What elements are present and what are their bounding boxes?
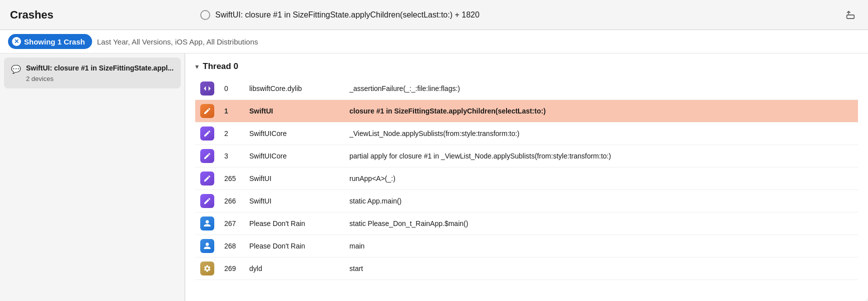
frame-function: start (344, 258, 858, 280)
crash-title-label: SwiftUI: closure #1 in SizeFittingState.… (215, 10, 480, 20)
frame-function: static App.main() (344, 190, 858, 212)
filter-bar: ✕ Showing 1 Crash Last Year, All Version… (0, 30, 868, 54)
thread-header: ▾ Thread 0 (195, 62, 858, 72)
filter-badge[interactable]: ✕ Showing 1 Crash (8, 34, 92, 49)
frame-function: _ViewList_Node.applySublists(from:style:… (344, 122, 858, 145)
frame-function: _assertionFailure(_:_:file:line:flags:) (344, 78, 858, 100)
table-row[interactable]: 0libswiftCore.dylib_assertionFailure(_:_… (195, 78, 858, 100)
frame-icon-0 (200, 82, 214, 96)
crash-item-devices: 2 devices (26, 75, 174, 82)
share-icon (845, 8, 856, 20)
frame-icon-2 (200, 126, 214, 140)
app-window: Crashes SwiftUI: closure #1 in SizeFitti… (0, 0, 868, 301)
frame-icon-267 (200, 216, 214, 230)
crash-item-content: SwiftUI: closure #1 in SizeFittingState.… (26, 64, 174, 82)
page-title: Crashes (10, 8, 200, 22)
frame-number: 266 (219, 190, 244, 212)
crash-item-icon: 💬 (11, 64, 21, 74)
filter-description: Last Year, All Versions, iOS App, All Di… (97, 38, 258, 46)
frame-function: static Please_Don_t_RainApp.$main() (344, 212, 858, 235)
header-bar: Crashes SwiftUI: closure #1 in SizeFitti… (0, 0, 868, 30)
sidebar: 💬 SwiftUI: closure #1 in SizeFittingStat… (0, 54, 185, 301)
frame-icon-269 (200, 262, 214, 276)
frame-library: SwiftUICore (244, 122, 344, 145)
svg-rect-0 (847, 15, 854, 18)
crash-title-area: SwiftUI: closure #1 in SizeFittingState.… (200, 10, 843, 20)
frame-icon-1 (200, 104, 214, 118)
table-row[interactable]: 3SwiftUICorepartial apply for closure #1… (195, 145, 858, 168)
frame-number: 1 (219, 100, 244, 122)
frame-icon-3 (200, 149, 214, 163)
frame-number: 269 (219, 258, 244, 280)
frame-icon-268 (200, 239, 214, 253)
frame-library: SwiftUI (244, 190, 344, 212)
frame-number: 267 (219, 212, 244, 235)
crash-list-item[interactable]: 💬 SwiftUI: closure #1 in SizeFittingStat… (4, 58, 181, 88)
frame-number: 2 (219, 122, 244, 145)
stack-table: 0libswiftCore.dylib_assertionFailure(_:_… (195, 78, 858, 280)
filter-clear-icon[interactable]: ✕ (12, 37, 21, 46)
table-row[interactable]: 1SwiftUIclosure #1 in SizeFittingState.a… (195, 100, 858, 122)
crash-item-title: SwiftUI: closure #1 in SizeFittingState.… (26, 64, 174, 74)
frame-number: 3 (219, 145, 244, 168)
crash-status-icon (200, 10, 210, 20)
table-row[interactable]: 2SwiftUICore_ViewList_Node.applySublists… (195, 122, 858, 145)
right-panel: ▾ Thread 0 0libswiftCore.dylib_assertion… (185, 54, 868, 301)
frame-library: libswiftCore.dylib (244, 78, 344, 100)
frame-function: partial apply for closure #1 in _ViewLis… (344, 145, 858, 168)
frame-library: Please Don't Rain (244, 235, 344, 258)
frame-function: closure #1 in SizeFittingState.applyChil… (344, 100, 858, 122)
frame-number: 268 (219, 235, 244, 258)
frame-library: SwiftUICore (244, 145, 344, 168)
table-row[interactable]: 266SwiftUIstatic App.main() (195, 190, 858, 212)
frame-library: SwiftUI (244, 168, 344, 190)
thread-title: Thread 0 (203, 62, 238, 72)
frame-library: dyld (244, 258, 344, 280)
filter-badge-label: Showing 1 Crash (24, 38, 85, 46)
table-row[interactable]: 265SwiftUIrunApp<A>(_:) (195, 168, 858, 190)
frame-function: main (344, 235, 858, 258)
frame-icon-266 (200, 194, 214, 208)
frame-function: runApp<A>(_:) (344, 168, 858, 190)
table-row[interactable]: 269dyldstart (195, 258, 858, 280)
share-button[interactable] (843, 6, 858, 23)
main-content: 💬 SwiftUI: closure #1 in SizeFittingStat… (0, 54, 868, 301)
table-row[interactable]: 268Please Don't Rainmain (195, 235, 858, 258)
frame-number: 265 (219, 168, 244, 190)
frame-library: Please Don't Rain (244, 212, 344, 235)
frame-library: SwiftUI (244, 100, 344, 122)
frame-icon-265 (200, 172, 214, 186)
thread-chevron-icon[interactable]: ▾ (195, 62, 199, 70)
table-row[interactable]: 267Please Don't Rainstatic Please_Don_t_… (195, 212, 858, 235)
frame-number: 0 (219, 78, 244, 100)
